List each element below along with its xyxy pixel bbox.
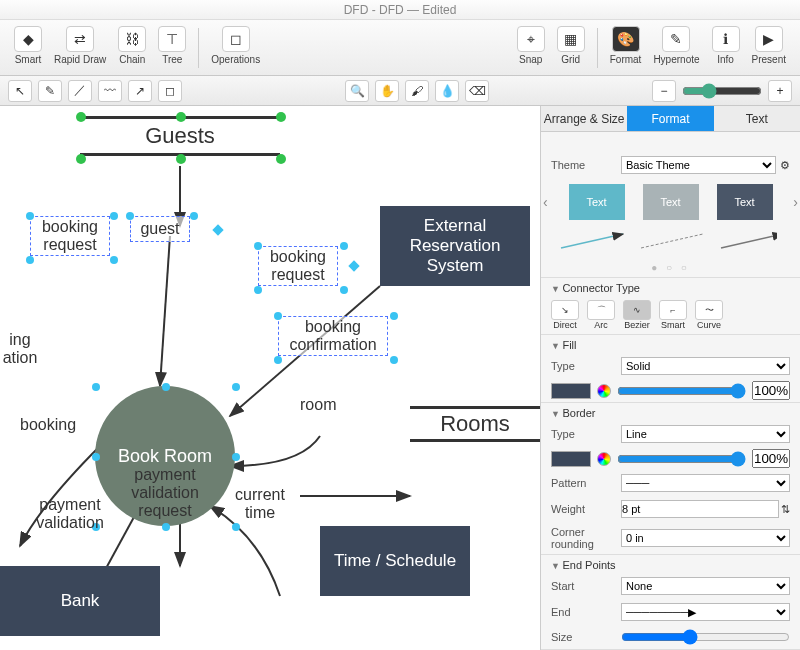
curve-tool[interactable]: 〰: [98, 80, 122, 102]
border-type-select[interactable]: Line: [621, 425, 790, 443]
grid-button[interactable]: ▦Grid: [551, 24, 591, 67]
fill-type-select[interactable]: Solid: [621, 357, 790, 375]
hypernote-button[interactable]: ✎Hypernote: [647, 24, 705, 67]
theme-gear-icon[interactable]: ⚙: [780, 159, 790, 172]
fill-color-chip[interactable]: [551, 383, 591, 399]
section-connector-type[interactable]: Connector Type: [541, 277, 800, 296]
shape-tool[interactable]: ◻: [158, 80, 182, 102]
label-room: room: [300, 396, 336, 414]
label-payment-validation: payment validation: [30, 496, 110, 532]
swatch-prev-icon[interactable]: ‹: [543, 194, 548, 210]
connector-direct[interactable]: ↘Direct: [551, 300, 579, 330]
label-guest[interactable]: guest: [130, 216, 190, 242]
endpoint-start-select[interactable]: None: [621, 577, 790, 595]
border-opacity-input[interactable]: [752, 449, 790, 468]
label-booking-request-2[interactable]: booking request: [258, 246, 338, 286]
zoom-slider[interactable]: [682, 83, 762, 99]
rapid-draw-button[interactable]: ⇄Rapid Draw: [48, 24, 112, 67]
fill-opacity-input[interactable]: [752, 381, 790, 400]
connector-bezier[interactable]: ∿Bezier: [623, 300, 651, 330]
svg-line-1: [561, 234, 623, 248]
endpoint-size-slider[interactable]: [621, 629, 790, 645]
swatch-next-icon[interactable]: ›: [793, 194, 798, 210]
present-button[interactable]: ▶Present: [746, 24, 792, 67]
connector-smart[interactable]: ⌐Smart: [659, 300, 687, 330]
border-color-wheel-icon[interactable]: [597, 452, 611, 466]
canvas[interactable]: Guests External Reservation System Book …: [0, 106, 540, 650]
fill-color-wheel-icon[interactable]: [597, 384, 611, 398]
style-page-dots[interactable]: ● ○ ○: [541, 258, 800, 277]
theme-label: Theme: [551, 159, 621, 171]
tree-button[interactable]: ⊤Tree: [152, 24, 192, 67]
weight-stepper[interactable]: ⇅: [781, 503, 790, 516]
draw-toolbar: ↖ ✎ ／ 〰 ↗ ◻ 🔍 ✋ 🖌 💧 ⌫ − +: [0, 76, 800, 106]
style-swatch-3[interactable]: Text: [717, 184, 773, 220]
tab-text[interactable]: Text: [714, 106, 800, 132]
svg-line-2: [641, 234, 703, 248]
format-button[interactable]: 🎨Format: [604, 24, 648, 67]
section-endpoints[interactable]: End Points: [541, 554, 800, 573]
info-button[interactable]: ℹInfo: [706, 24, 746, 67]
main-toolbar: ◆Smart ⇄Rapid Draw ⛓Chain ⊤Tree ◻Operati…: [0, 20, 800, 76]
chain-button[interactable]: ⛓Chain: [112, 24, 152, 67]
label-current-time: current time: [225, 486, 295, 522]
label-booking-confirmation[interactable]: booking confirmation: [278, 316, 388, 356]
label-payment-validation-request: payment validation request: [120, 466, 210, 520]
pan-tool[interactable]: ✋: [375, 80, 399, 102]
brush-tool[interactable]: 🖌: [405, 80, 429, 102]
zoom-in-icon[interactable]: +: [768, 80, 792, 102]
picker-tool[interactable]: 💧: [435, 80, 459, 102]
pointer-tool[interactable]: ↖: [8, 80, 32, 102]
guests-datastore[interactable]: Guests: [80, 116, 280, 156]
label-booking: booking: [20, 416, 76, 434]
connector-tool[interactable]: ↗: [128, 80, 152, 102]
style-swatch-1[interactable]: Text: [569, 184, 625, 220]
snap-button[interactable]: ⌖Snap: [511, 24, 551, 67]
pattern-select[interactable]: ───: [621, 474, 790, 492]
eyedropper-tool[interactable]: ✎: [38, 80, 62, 102]
operations-button[interactable]: ◻Operations: [205, 24, 266, 67]
eraser-tool[interactable]: ⌫: [465, 80, 489, 102]
connector-curve[interactable]: 〜Curve: [695, 300, 723, 330]
line-tool[interactable]: ／: [68, 80, 92, 102]
label-booking-request-1[interactable]: booking request: [30, 216, 110, 256]
svg-line-3: [721, 234, 777, 248]
style-swatch-2[interactable]: Text: [643, 184, 699, 220]
endpoint-end-select[interactable]: ────────▶: [621, 603, 790, 621]
zoom-tool[interactable]: 🔍: [345, 80, 369, 102]
connector-arc[interactable]: ⌒Arc: [587, 300, 615, 330]
time-schedule-entity[interactable]: Time / Schedule: [320, 526, 470, 596]
theme-select[interactable]: Basic Theme: [621, 156, 776, 174]
tab-arrange-size[interactable]: Arrange & Size: [541, 106, 627, 132]
zoom-out-icon[interactable]: −: [652, 80, 676, 102]
section-border[interactable]: Border: [541, 402, 800, 421]
fill-opacity-slider[interactable]: [617, 383, 746, 399]
border-opacity-slider[interactable]: [617, 451, 746, 467]
border-color-chip[interactable]: [551, 451, 591, 467]
tab-format[interactable]: Format: [627, 106, 713, 132]
external-reservation-entity[interactable]: External Reservation System: [380, 206, 530, 286]
rooms-datastore[interactable]: Rooms: [410, 406, 540, 442]
window-title: DFD - DFD — Edited: [0, 0, 800, 20]
corner-rounding-select[interactable]: 0 in: [621, 529, 790, 547]
label-ation: ing ation: [0, 331, 40, 367]
smart-button[interactable]: ◆Smart: [8, 24, 48, 67]
inspector-panel: Arrange & Size Format Text Style Theme B…: [540, 106, 800, 650]
weight-input[interactable]: [621, 500, 779, 518]
section-fill[interactable]: Fill: [541, 334, 800, 353]
bank-entity[interactable]: Bank: [0, 566, 160, 636]
